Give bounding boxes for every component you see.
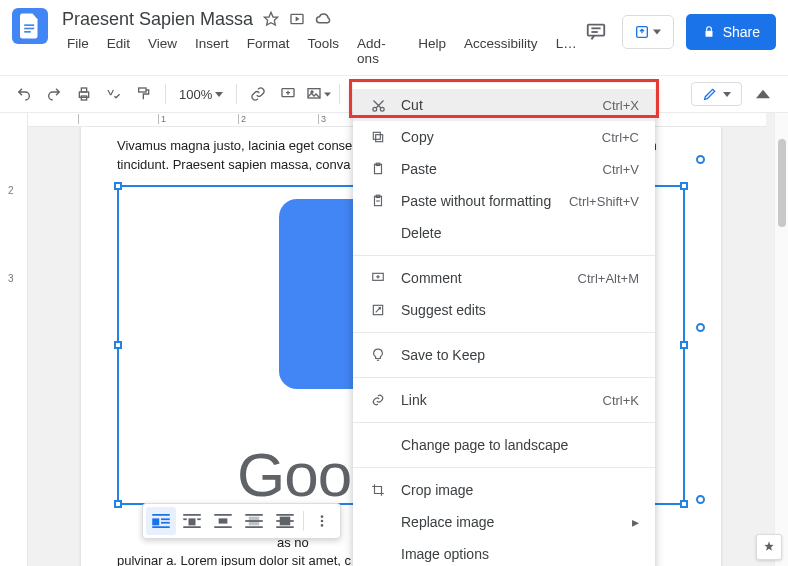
wrap-text-icon[interactable] xyxy=(177,507,207,535)
zoom-value: 100% xyxy=(179,87,212,102)
ctx-label: Save to Keep xyxy=(401,347,639,363)
menu-format[interactable]: Format xyxy=(242,33,295,69)
crop-handle[interactable] xyxy=(696,155,705,164)
svg-rect-24 xyxy=(152,526,170,528)
resize-handle[interactable] xyxy=(680,182,688,190)
ctx-paste[interactable]: Paste Ctrl+V xyxy=(353,153,655,185)
print-icon[interactable] xyxy=(70,80,98,108)
ctx-shortcut: Ctrl+K xyxy=(603,393,639,408)
ctx-cut[interactable]: Cut Ctrl+X xyxy=(353,89,655,121)
explore-button[interactable] xyxy=(756,534,782,560)
svg-rect-5 xyxy=(587,25,604,36)
comments-icon[interactable] xyxy=(582,18,610,46)
cut-icon xyxy=(369,98,387,113)
ctx-label: Replace image xyxy=(401,514,618,530)
docs-logo[interactable] xyxy=(12,8,48,44)
svg-rect-34 xyxy=(245,514,263,516)
link-icon[interactable] xyxy=(244,80,272,108)
insert-image-icon[interactable] xyxy=(304,80,332,108)
image-logo-text: Goo xyxy=(237,439,351,510)
ctx-crop[interactable]: Crop image xyxy=(353,474,655,506)
editing-mode-button[interactable] xyxy=(691,82,742,106)
svg-rect-21 xyxy=(152,518,159,525)
app-header: Praesent Sapien Massa File Edit View Ins… xyxy=(0,0,788,69)
ctx-comment[interactable]: Comment Ctrl+Alt+M xyxy=(353,262,655,294)
svg-rect-30 xyxy=(214,514,232,516)
break-text-icon[interactable] xyxy=(208,507,238,535)
add-comment-icon[interactable] xyxy=(274,80,302,108)
ctx-replace[interactable]: Replace image ▸ xyxy=(353,506,655,538)
paste-icon xyxy=(369,162,387,176)
svg-rect-35 xyxy=(245,520,263,522)
ctx-label: Image options xyxy=(401,546,639,562)
image-layout-toolbar xyxy=(142,503,341,539)
scrollbar-thumb[interactable] xyxy=(778,139,786,227)
front-text-icon[interactable] xyxy=(270,507,300,535)
ctx-shortcut: Ctrl+Alt+M xyxy=(578,271,639,286)
crop-handle[interactable] xyxy=(696,495,705,504)
svg-rect-13 xyxy=(139,88,146,92)
ctx-label: Cut xyxy=(401,97,589,113)
ctx-delete[interactable]: Delete xyxy=(353,217,655,249)
svg-rect-1 xyxy=(24,28,34,30)
ctx-save-keep[interactable]: Save to Keep xyxy=(353,339,655,371)
undo-icon[interactable] xyxy=(10,80,38,108)
svg-rect-39 xyxy=(276,526,294,528)
menu-addons[interactable]: Add-ons xyxy=(352,33,405,69)
crop-handle[interactable] xyxy=(696,323,705,332)
ctx-suggest[interactable]: Suggest edits xyxy=(353,294,655,326)
resize-handle[interactable] xyxy=(680,341,688,349)
redo-icon[interactable] xyxy=(40,80,68,108)
star-icon[interactable] xyxy=(263,11,279,27)
menu-accessibility[interactable]: Accessibility xyxy=(459,33,543,69)
menu-view[interactable]: View xyxy=(143,33,182,69)
ctx-link[interactable]: Link Ctrl+K xyxy=(353,384,655,416)
menu-last-edit[interactable]: L… xyxy=(551,33,582,69)
resize-handle[interactable] xyxy=(114,500,122,508)
header-actions: Share xyxy=(582,8,776,50)
svg-rect-2 xyxy=(24,31,31,33)
keep-icon xyxy=(369,348,387,362)
share-button[interactable]: Share xyxy=(686,14,776,50)
collapse-toolbar-icon[interactable] xyxy=(748,89,778,99)
cloud-icon[interactable] xyxy=(315,12,333,26)
svg-rect-20 xyxy=(152,514,170,516)
resize-handle[interactable] xyxy=(114,341,122,349)
doc-title[interactable]: Praesent Sapien Massa xyxy=(62,9,253,30)
ctx-landscape[interactable]: Change page to landscape xyxy=(353,429,655,461)
svg-rect-28 xyxy=(197,518,201,520)
svg-rect-36 xyxy=(245,526,263,528)
svg-rect-46 xyxy=(376,135,383,142)
menu-help[interactable]: Help xyxy=(413,33,451,69)
resize-handle[interactable] xyxy=(680,500,688,508)
svg-rect-25 xyxy=(183,514,201,516)
ctx-label: Suggest edits xyxy=(401,302,639,318)
present-button[interactable] xyxy=(622,15,674,49)
ctx-paste-no-format[interactable]: Paste without formatting Ctrl+Shift+V xyxy=(353,185,655,217)
svg-point-42 xyxy=(321,520,324,523)
spellcheck-icon[interactable] xyxy=(100,80,128,108)
svg-rect-27 xyxy=(183,518,187,520)
menu-tools[interactable]: Tools xyxy=(303,33,345,69)
ctx-shortcut: Ctrl+C xyxy=(602,130,639,145)
svg-rect-22 xyxy=(161,518,170,520)
menu-insert[interactable]: Insert xyxy=(190,33,234,69)
link-icon xyxy=(369,393,387,407)
svg-marker-3 xyxy=(264,12,277,25)
svg-rect-32 xyxy=(214,526,232,528)
svg-rect-9 xyxy=(705,31,712,37)
resize-handle[interactable] xyxy=(114,182,122,190)
ctx-image-options[interactable]: Image options xyxy=(353,538,655,566)
paint-format-icon[interactable] xyxy=(130,80,158,108)
behind-text-icon[interactable] xyxy=(239,507,269,535)
inline-wrap-icon[interactable] xyxy=(146,507,176,535)
zoom-select[interactable]: 100% xyxy=(173,87,229,102)
menu-file[interactable]: File xyxy=(62,33,94,69)
svg-rect-31 xyxy=(219,518,228,523)
svg-point-41 xyxy=(321,515,324,518)
menu-edit[interactable]: Edit xyxy=(102,33,135,69)
scrollbar[interactable] xyxy=(774,113,788,566)
more-options-icon[interactable] xyxy=(307,507,337,535)
ctx-copy[interactable]: Copy Ctrl+C xyxy=(353,121,655,153)
move-icon[interactable] xyxy=(289,11,305,27)
